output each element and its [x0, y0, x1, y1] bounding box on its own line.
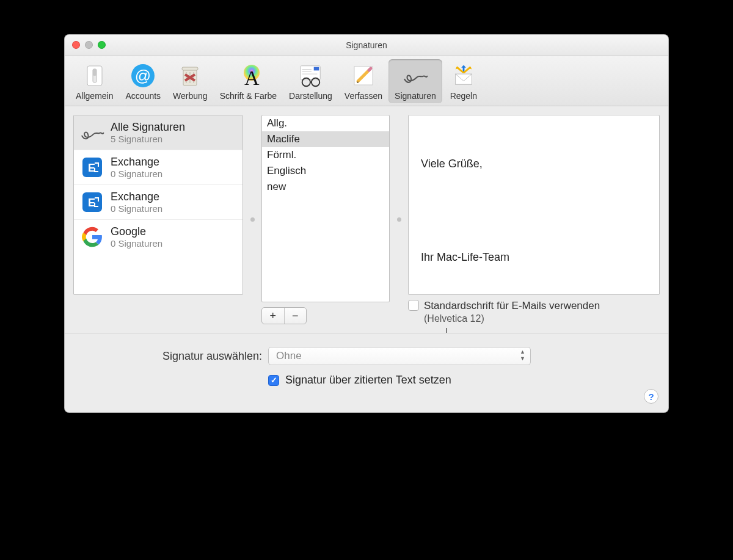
signature-item[interactable]: Förml. — [262, 147, 389, 163]
select-value: Ohne — [276, 350, 302, 362]
tab-accounts[interactable]: @ Accounts — [119, 59, 167, 103]
tab-rules[interactable]: Regeln — [442, 59, 485, 103]
default-font-checkbox[interactable] — [408, 300, 419, 311]
account-name: Google — [111, 225, 162, 238]
minimize-window-button[interactable] — [85, 41, 93, 49]
tab-label: Schrift & Farbe — [220, 91, 277, 101]
window-controls — [72, 41, 106, 49]
signature-item[interactable]: Englisch — [262, 163, 389, 179]
divider-handle-2[interactable] — [396, 115, 402, 324]
signature-name-list[interactable]: Allg. Maclife Förml. Englisch new — [261, 115, 390, 302]
tab-signatures[interactable]: Signaturen — [388, 59, 442, 103]
window-title: Signaturen — [65, 40, 668, 50]
signatures-footer: Signatur auswählen: Ohne ▲▼ Signatur übe… — [65, 333, 668, 412]
divider-handle-1[interactable] — [249, 115, 255, 324]
tab-label: Accounts — [125, 91, 161, 101]
account-google[interactable]: Google 0 Signaturen — [74, 220, 243, 254]
zoom-window-button[interactable] — [98, 41, 106, 49]
glasses-icon — [297, 63, 323, 89]
tab-label: Regeln — [450, 91, 477, 101]
trash-icon — [177, 63, 203, 89]
add-remove-group: + − — [261, 307, 307, 324]
svg-rect-6 — [182, 67, 198, 70]
google-icon — [80, 225, 104, 249]
signature-editor[interactable]: Viele Grüße, Ihr Mac-Life-Team — [408, 115, 660, 295]
signature-icon — [80, 120, 104, 145]
at-icon: @ — [130, 63, 156, 89]
account-sub: 0 Signaturen — [111, 238, 162, 249]
tab-viewing[interactable]: Darstellung — [283, 59, 338, 103]
tab-label: Werbung — [173, 91, 208, 101]
titlebar: Signaturen — [65, 35, 668, 56]
account-name: Alle Signaturen — [111, 121, 185, 134]
close-window-button[interactable] — [72, 41, 80, 49]
above-quoted-checkbox[interactable] — [268, 375, 279, 386]
pencil-icon — [351, 63, 376, 89]
chevron-up-down-icon: ▲▼ — [520, 349, 525, 362]
account-all-signatures[interactable]: Alle Signaturen 5 Signaturen — [74, 115, 243, 150]
font-icon: A — [235, 63, 261, 89]
signature-item[interactable]: Maclife — [262, 131, 389, 147]
tab-label: Signaturen — [395, 91, 436, 101]
svg-text:A: A — [244, 67, 260, 89]
above-quoted-label: Signatur über zitierten Text setzen — [285, 374, 451, 387]
help-button[interactable]: ? — [644, 389, 658, 404]
account-exchange-1[interactable]: E Exchange 0 Signaturen — [74, 150, 243, 185]
add-signature-button[interactable]: + — [262, 308, 285, 324]
account-sub: 0 Signaturen — [111, 203, 162, 214]
editor-line: Ihr Mac-Life-Team — [421, 249, 647, 266]
remove-signature-button[interactable]: − — [285, 308, 307, 324]
preferences-window: Signaturen Allgemein @ Accounts — [64, 34, 669, 413]
accounts-list[interactable]: Alle Signaturen 5 Signaturen E Exchange … — [73, 115, 243, 295]
tab-fonts-colors[interactable]: A Schrift & Farbe — [214, 59, 283, 103]
tab-label: Verfassen — [345, 91, 382, 101]
svg-rect-2 — [93, 69, 97, 76]
exchange-icon: E — [80, 155, 104, 180]
account-sub: 5 Signaturen — [111, 134, 185, 144]
signature-item[interactable]: Allg. — [262, 115, 389, 131]
svg-rect-13 — [314, 67, 319, 71]
signature-icon — [403, 63, 428, 89]
tab-label: Darstellung — [289, 91, 332, 101]
signature-item[interactable]: new — [262, 179, 389, 195]
account-exchange-2[interactable]: E Exchange 0 Signaturen — [74, 185, 243, 220]
choose-signature-label: Signatur auswählen: — [76, 350, 262, 363]
tab-compose[interactable]: Verfassen — [338, 59, 388, 103]
account-sub: 0 Signaturen — [111, 169, 162, 179]
tab-general[interactable]: Allgemein — [70, 59, 119, 103]
account-name: Exchange — [111, 191, 162, 203]
tab-junk[interactable]: Werbung — [167, 59, 214, 103]
svg-rect-20 — [455, 74, 472, 84]
editor-line: Viele Grüße, — [421, 156, 647, 172]
account-name: Exchange — [111, 156, 162, 169]
choose-signature-select[interactable]: Ohne ▲▼ — [268, 347, 531, 365]
svg-text:@: @ — [135, 67, 151, 85]
tab-label: Allgemein — [76, 91, 113, 101]
preferences-toolbar: Allgemein @ Accounts — [65, 56, 668, 106]
rules-icon — [451, 63, 476, 89]
switch-icon — [82, 63, 108, 89]
exchange-icon: E — [80, 190, 104, 214]
signatures-content: Alle Signaturen 5 Signaturen E Exchange … — [65, 106, 668, 333]
